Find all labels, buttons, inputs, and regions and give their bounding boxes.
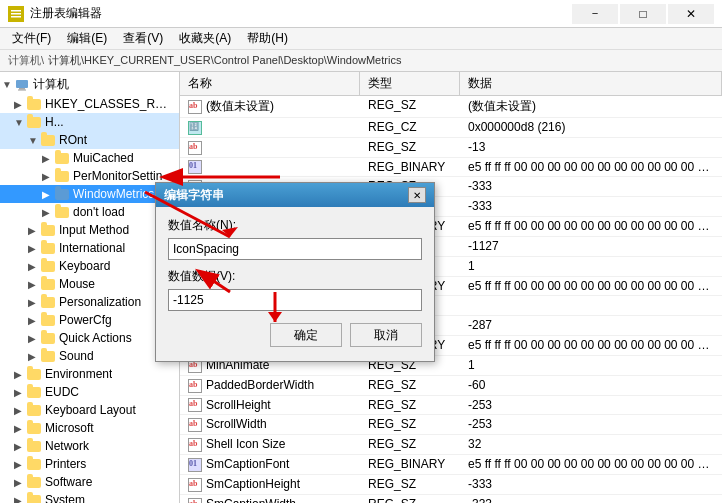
tree-item-printers[interactable]: ▶ Printers [0,455,179,473]
svg-rect-1 [11,10,21,12]
tree-item-keyboardlayout[interactable]: ▶ Keyboard Layout [0,401,179,419]
cell-name: abSmCaptionHeight [180,475,360,494]
expand-icon[interactable]: ▼ [14,117,26,128]
svg-rect-4 [16,80,28,88]
expand-icon[interactable]: ▼ [2,79,14,90]
tree-item-personalization[interactable]: ▶ Personalization [0,293,179,311]
tree-item-eudc[interactable]: ▶ EUDC [0,383,179,401]
tree-label: PowerCfg [59,313,112,327]
expand-icon[interactable]: ▶ [14,387,26,398]
minimize-button[interactable]: － [572,4,618,24]
close-button[interactable]: ✕ [668,4,714,24]
tree-item-software[interactable]: ▶ Software [0,473,179,491]
tree-item-network[interactable]: ▶ Network [0,437,179,455]
expand-icon[interactable]: ▶ [42,171,54,182]
cell-name: 01 [180,158,360,177]
list-row[interactable]: abShell Icon Size REG_SZ 32 [180,435,722,455]
ok-button[interactable]: 确定 [270,323,342,347]
tree-item-controlpanel[interactable]: ▼ ROnt [0,131,179,149]
col-header-name[interactable]: 名称 [180,72,360,95]
expand-icon[interactable]: ▶ [14,369,26,380]
tree-item-hkcr[interactable]: ▶ HKEY_CLASSES_ROOT [0,95,179,113]
expand-icon[interactable]: ▶ [28,297,40,308]
tree-label: WindowMetrics [73,187,154,201]
tree-item-microsoft[interactable]: ▶ Microsoft [0,419,179,437]
tree-item-dontload[interactable]: ▶ don't load [0,203,179,221]
menu-item[interactable]: 查看(V) [115,28,171,49]
expand-icon[interactable]: ▶ [42,153,54,164]
expand-icon[interactable]: ▶ [14,477,26,488]
expand-icon[interactable]: ▶ [14,423,26,434]
list-row[interactable]: ab(数值未设置) REG_SZ (数值未设置) [180,96,722,118]
list-row[interactable]: abScrollHeight REG_SZ -253 [180,396,722,416]
menu-item[interactable]: 帮助(H) [239,28,296,49]
list-row[interactable]: 🔢 REG_CZ 0x000000d8 (216) [180,118,722,138]
expand-icon[interactable]: ▶ [28,333,40,344]
expand-icon[interactable]: ▶ [28,261,40,272]
menu-item[interactable]: 编辑(E) [59,28,115,49]
menu-item[interactable]: 文件(F) [4,28,59,49]
cell-data: 0x000000d8 (216) [460,118,722,137]
cell-type: REG_BINARY [360,455,460,474]
expand-icon[interactable]: ▶ [14,441,26,452]
cancel-button[interactable]: 取消 [350,323,422,347]
expand-icon[interactable]: ▶ [28,315,40,326]
tree-item-computer[interactable]: ▼ 计算机 [0,74,179,95]
tree-item-international[interactable]: ▶ International [0,239,179,257]
folder-icon [40,223,56,237]
edit-string-dialog: 编辑字符串 ✕ 数值名称(N): 数值数据(V): 确定 取消 [155,182,435,362]
expand-icon[interactable]: ▼ [28,135,40,146]
tree-item-system[interactable]: ▶ System [0,491,179,503]
folder-icon [26,385,42,399]
tree-label: ROnt [59,133,87,147]
cell-type: REG_SZ [360,396,460,415]
col-header-data[interactable]: 数据 [460,72,722,95]
expand-icon[interactable]: ▶ [28,351,40,362]
menu-bar: 文件(F)编辑(E)查看(V)收藏夹(A)帮助(H) [0,28,722,50]
dialog-close-button[interactable]: ✕ [408,187,426,203]
list-row[interactable]: abPaddedBorderWidth REG_SZ -60 [180,376,722,396]
list-row[interactable]: abSmCaptionWidth REG_SZ -333 [180,495,722,503]
expand-icon[interactable]: ▶ [14,495,26,504]
list-row[interactable]: ab REG_SZ -13 [180,138,722,158]
tree-label: MuiCached [73,151,134,165]
dialog-body: 数值名称(N): 数值数据(V): 确定 取消 [156,207,434,361]
list-row[interactable]: abSmCaptionHeight REG_SZ -333 [180,475,722,495]
svg-rect-2 [11,13,21,15]
name-field-label: 数值名称(N): [168,217,422,234]
list-row[interactable]: 01 REG_BINARY e5 ff ff ff 00 00 00 00 00… [180,158,722,178]
folder-icon [40,295,56,309]
expand-icon[interactable]: ▶ [14,99,26,110]
tree-item-h[interactable]: ▼ H... [0,113,179,131]
menu-item[interactable]: 收藏夹(A) [171,28,239,49]
expand-icon[interactable]: ▶ [14,459,26,470]
tree-item-powercfg[interactable]: ▶ PowerCfg [0,311,179,329]
tree-item-mouse[interactable]: ▶ Mouse [0,275,179,293]
tree-item-environment[interactable]: ▶ Environment [0,365,179,383]
reg-icon: ab [188,379,202,393]
tree-item-muicached[interactable]: ▶ MuiCached [0,149,179,167]
computer-icon [14,78,30,92]
tree-item-sound[interactable]: ▶ Sound [0,347,179,365]
expand-icon[interactable]: ▶ [42,189,54,200]
list-row[interactable]: 01SmCaptionFont REG_BINARY e5 ff ff ff 0… [180,455,722,475]
expand-icon[interactable]: ▶ [28,279,40,290]
list-row[interactable]: abScrollWidth REG_SZ -253 [180,415,722,435]
col-header-type[interactable]: 类型 [360,72,460,95]
cell-data: e5 ff ff ff 00 00 00 00 00 00 00 00 00 0… [460,217,722,236]
tree-item-keyboard[interactable]: ▶ Keyboard [0,257,179,275]
maximize-button[interactable]: □ [620,4,666,24]
tree-item-inputmethod[interactable]: ▶ Input Method [0,221,179,239]
data-input[interactable] [168,289,422,311]
name-input[interactable] [168,238,422,260]
tree-item-permonitor[interactable]: ▶ PerMonitorSettin [0,167,179,185]
cell-data: 1 [460,257,722,276]
expand-icon[interactable]: ▶ [28,243,40,254]
tree-item-windowmetrics[interactable]: ▶ WindowMetrics [0,185,179,203]
expand-icon[interactable]: ▶ [28,225,40,236]
cell-data: e5 ff ff ff 00 00 00 00 00 00 00 00 00 0… [460,277,722,296]
tree-item-quickactions[interactable]: ▶ Quick Actions [0,329,179,347]
expand-icon[interactable]: ▶ [14,405,26,416]
expand-icon[interactable]: ▶ [42,207,54,218]
cell-data: -333 [460,495,722,503]
